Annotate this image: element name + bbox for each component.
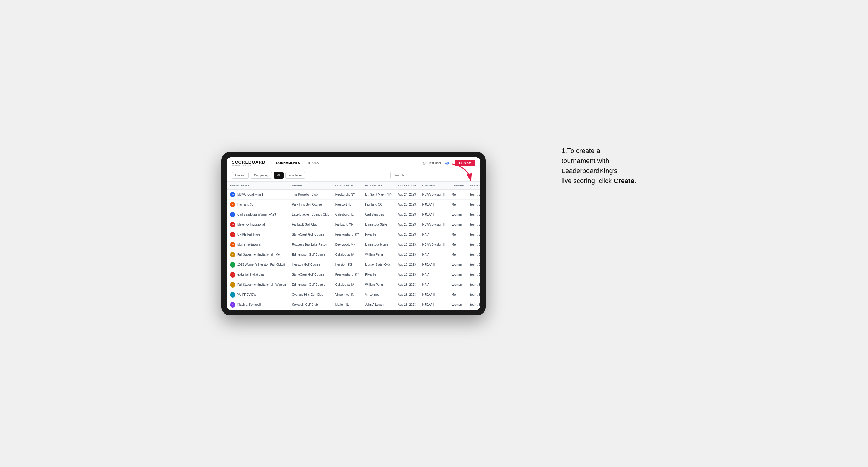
cell-venue: Lake Bracken Country Club: [289, 210, 332, 220]
cell-hosted-by: Minnesota-Morris: [362, 240, 395, 250]
event-name-text: upike fall invitational: [237, 273, 265, 276]
table-row: U upike fall invitational StoneCrest Gol…: [227, 270, 480, 280]
cell-division: NJCAA II: [420, 260, 448, 270]
cell-gender: Men: [448, 240, 467, 250]
gear-icon[interactable]: ⚙: [423, 161, 426, 165]
cell-hosted-by: William Penn: [362, 250, 395, 260]
top-bar: SCOREBOARD Powered by Clippr TOURNAMENTS…: [227, 157, 480, 169]
cell-division: NJCAA I: [420, 199, 448, 210]
nav-tabs: TOURNAMENTS TEAMS: [274, 160, 318, 166]
all-filter-button[interactable]: All: [274, 172, 284, 179]
team-icon: F: [230, 252, 236, 257]
nav-tab-tournaments[interactable]: TOURNAMENTS: [274, 160, 300, 166]
col-division: DIVISION: [420, 182, 448, 190]
event-name-text: Fall Statesmen Invitational - Men: [237, 253, 282, 256]
annotation-text: 1.To create a tournament with Leaderboar…: [562, 146, 653, 186]
cell-city-state: Galesburg, IL: [332, 210, 362, 220]
cell-gender: Women: [448, 280, 467, 290]
logo-title: SCOREBOARD: [232, 160, 266, 164]
table-row: 2 2023 Women's Hesston Fall Kickoff Hess…: [227, 260, 480, 270]
table-row: M Maverick Invitational Faribault Golf C…: [227, 220, 480, 229]
cell-division: NAIA: [420, 270, 448, 280]
event-name-text: Highland 36: [237, 203, 253, 206]
cell-venue: Edmundson Golf Course: [289, 250, 332, 260]
cell-scoring: team, Stroke Play: [467, 199, 480, 210]
cell-city-state: Deerwood, MN: [332, 240, 362, 250]
cell-city-state: Vincennes, IN: [332, 290, 362, 300]
cell-gender: Women: [448, 210, 467, 220]
team-icon: H: [230, 202, 236, 207]
col-venue: VENUE: [289, 182, 332, 190]
col-city-state: CITY, STATE: [332, 182, 362, 190]
competing-filter-button[interactable]: Competing: [251, 172, 272, 179]
cell-hosted-by: Highland CC: [362, 199, 395, 210]
team-icon: M: [230, 222, 236, 227]
cell-hosted-by: Minnesota State: [362, 220, 395, 229]
event-name-text: MSMC Qualifying 1: [237, 193, 263, 196]
cell-gender: Men: [448, 229, 467, 240]
cell-city-state: Freeport, IL: [332, 199, 362, 210]
cell-city-state: Marion, IL: [332, 300, 362, 310]
filter-icon-button[interactable]: ≡ ≡ Filter: [285, 172, 305, 179]
filter-bar: Hosting Competing All ≡ ≡ Filter: [227, 169, 480, 182]
cell-venue: Park Hills Golf Course: [289, 199, 332, 210]
hosting-filter-button[interactable]: Hosting: [232, 172, 249, 179]
col-hosted-by: HOSTED BY: [362, 182, 395, 190]
cell-start-date: Aug 28, 2023: [395, 240, 420, 250]
cell-hosted-by: Pikeville: [362, 229, 395, 240]
cell-event-name: M Morris Invitational: [227, 240, 289, 250]
cell-start-date: Aug 26, 2023: [395, 210, 420, 220]
user-info: Test User: [429, 161, 441, 165]
col-event-name: EVENT NAME: [227, 182, 289, 190]
cell-scoring: team, Stroke Play: [467, 210, 480, 220]
sign-label[interactable]: Sign...: [444, 161, 452, 165]
cell-city-state: Oskaloosa, IA: [332, 250, 362, 260]
cell-venue: Kokopelli Golf Club: [289, 300, 332, 310]
table-row: C Carl Sandburg Women FA23 Lake Bracken …: [227, 210, 480, 220]
cell-city-state: Faribault, MN: [332, 220, 362, 229]
cell-division: NCAA Division III: [420, 240, 448, 250]
cell-start-date: Aug 28, 2023: [395, 250, 420, 260]
cell-start-date: Aug 28, 2023: [395, 260, 420, 270]
cell-start-date: Aug 28, 2023: [395, 300, 420, 310]
cell-start-date: Aug 28, 2023: [395, 229, 420, 240]
cell-scoring: team, Stroke Play: [467, 189, 480, 199]
cell-venue: Ruttger's Bay Lake Resort: [289, 240, 332, 250]
cell-gender: Women: [448, 220, 467, 229]
cell-hosted-by: Pikeville: [362, 270, 395, 280]
cell-city-state: Prestonsburg, KY: [332, 270, 362, 280]
cell-scoring: team, Stroke Play: [467, 300, 480, 310]
logo-area: SCOREBOARD Powered by Clippr: [232, 160, 266, 167]
cell-division: NJCAA I: [420, 210, 448, 220]
cell-event-name: V VU PREVIEW: [227, 290, 289, 300]
cell-venue: The Powelton Club: [289, 189, 332, 199]
cell-city-state: Oskaloosa, IA: [332, 280, 362, 290]
table-row: F Fall Statesmen Invitational - Men Edmu…: [227, 250, 480, 260]
nav-tab-teams[interactable]: TEAMS: [307, 160, 318, 166]
cell-hosted-by: John A Logan: [362, 300, 395, 310]
cell-venue: Faribault Golf Club: [289, 220, 332, 229]
cell-city-state: Prestonsburg, KY: [332, 229, 362, 240]
table-row: H Highland 36 Park Hills Golf Course Fre…: [227, 199, 480, 210]
cell-venue: Hesston Golf Course: [289, 260, 332, 270]
cell-city-state: Newburgh, NY: [332, 189, 362, 199]
team-icon: F: [230, 282, 236, 287]
col-scoring: SCORING: [467, 182, 480, 190]
cell-scoring: team, Stroke Play: [467, 220, 480, 229]
create-button[interactable]: + Create: [455, 160, 475, 166]
event-name-text: Morris Invitational: [237, 243, 261, 246]
event-name-text: Fall Statesmen Invitational - Women: [237, 283, 286, 286]
table-body: M MSMC Qualifying 1 The Powelton Club Ne…: [227, 189, 480, 310]
cell-hosted-by: William Penn: [362, 280, 395, 290]
search-input[interactable]: [390, 172, 475, 179]
cell-scoring: team, Stroke Play: [467, 270, 480, 280]
team-icon: K: [230, 302, 236, 308]
cell-scoring: team, Stroke Play: [467, 290, 480, 300]
table-row: M Morris Invitational Ruttger's Bay Lake…: [227, 240, 480, 250]
cell-venue: StoneCrest Golf Course: [289, 270, 332, 280]
tablet-frame: SCOREBOARD Powered by Clippr TOURNAMENTS…: [221, 152, 486, 315]
cell-start-date: Aug 28, 2023: [395, 290, 420, 300]
cell-hosted-by: Vincennes: [362, 290, 395, 300]
cell-gender: Women: [448, 300, 467, 310]
table-header-row: EVENT NAME VENUE CITY, STATE HOSTED BY S…: [227, 182, 480, 190]
